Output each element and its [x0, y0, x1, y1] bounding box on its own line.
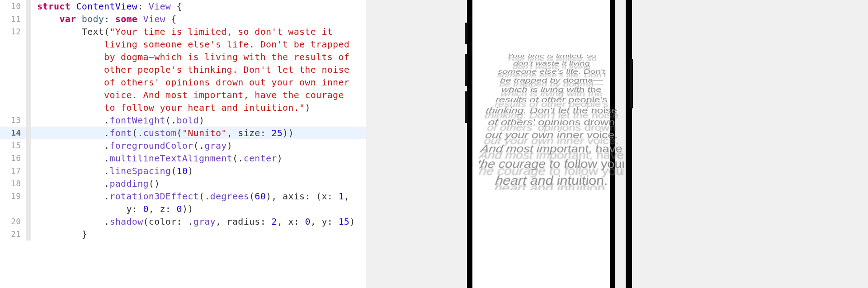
code-line[interactable]: 20 .shadow(color: .gray, radius: 2, x: 0… — [0, 215, 366, 228]
code-content[interactable]: .padding() — [31, 177, 160, 190]
code-content[interactable]: living someone else's life. Don't be tra… — [31, 38, 349, 51]
phone-frame: Your time is limited, so don't waste it … — [466, 0, 632, 288]
code-content[interactable]: to follow your heart and intuition.") — [31, 101, 311, 114]
code-line[interactable]: 12 Text("Your time is limited, so don't … — [0, 25, 366, 38]
line-number: 17 — [0, 165, 26, 177]
line-number — [0, 76, 26, 89]
code-line[interactable]: 10 struct ContentView: View { — [0, 0, 366, 13]
canvas-background — [632, 0, 868, 288]
code-content[interactable]: .font(.custom("Nunito", size: 25)) — [31, 127, 294, 139]
code-line[interactable]: 11 var body: some View { — [0, 13, 366, 25]
code-line[interactable]: 17 .lineSpacing(10) — [0, 165, 366, 177]
line-number — [0, 101, 26, 114]
line-number: 15 — [0, 139, 26, 152]
line-number — [0, 51, 26, 63]
code-content[interactable]: by dogma—which is living with the result… — [31, 51, 349, 63]
code-line[interactable]: other people's thinking. Don't let the n… — [0, 63, 366, 76]
code-content[interactable]: .lineSpacing(10) — [31, 165, 193, 177]
line-number: 21 — [0, 228, 26, 241]
code-line[interactable]: 15 .foregroundColor(.gray) — [0, 139, 366, 152]
line-number: 16 — [0, 152, 26, 165]
preview-content: Your time is limited, so don't waste it … — [479, 0, 624, 190]
code-line[interactable]: 16 .multilineTextAlignment(.center) — [0, 152, 366, 165]
code-content[interactable]: .multilineTextAlignment(.center) — [31, 152, 283, 165]
code-content[interactable]: other people's thinking. Don't let the n… — [31, 63, 349, 76]
code-line[interactable]: living someone else's life. Don't be tra… — [0, 38, 366, 51]
code-content[interactable]: .shadow(color: .gray, radius: 2, x: 0, y… — [31, 215, 355, 228]
code-line[interactable]: 19 .rotation3DEffect(.degrees(60), axis:… — [0, 190, 366, 203]
line-number: 12 — [0, 25, 26, 38]
code-editor-pane[interactable]: 10 struct ContentView: View { 11 var bod… — [0, 0, 366, 288]
line-number: 20 — [0, 215, 26, 228]
line-number — [0, 38, 26, 51]
line-number: 13 — [0, 114, 26, 127]
code-content[interactable]: voice. And most important, have the cour… — [31, 89, 344, 101]
code-content[interactable]: } — [31, 228, 87, 241]
code-content[interactable]: struct ContentView: View { — [31, 0, 182, 13]
code-line-current[interactable]: 14 .font(.custom("Nunito", size: 25)) — [0, 127, 366, 139]
phone-volume-up — [465, 54, 467, 86]
code-content[interactable]: .fontWeight(.bold) — [31, 114, 204, 127]
code-line[interactable]: by dogma—which is living with the result… — [0, 51, 366, 63]
line-number: 14 — [0, 127, 26, 139]
line-number: 11 — [0, 13, 26, 25]
phone-power-button — [630, 59, 633, 109]
line-number — [0, 89, 26, 101]
phone-mute-switch — [465, 23, 467, 44]
code-line[interactable]: voice. And most important, have the cour… — [0, 89, 366, 101]
line-number: 18 — [0, 177, 26, 190]
phone-volume-down — [465, 91, 467, 123]
simulator-preview: Your time is limited, so don't waste it … — [466, 0, 632, 288]
code-content[interactable]: of others' opinions drown out your own i… — [31, 76, 349, 89]
code-content[interactable]: y: 0, z: 0)) — [31, 203, 193, 215]
code-line[interactable]: 18 .padding() — [0, 177, 366, 190]
code-content[interactable]: var body: some View { — [31, 13, 177, 25]
line-number — [0, 203, 26, 215]
preview-text: Your time is limited, so don't waste it … — [479, 50, 624, 190]
canvas-background — [366, 0, 466, 288]
line-number — [0, 63, 26, 76]
line-number: 19 — [0, 190, 26, 203]
code-line[interactable]: to follow your heart and intuition.") — [0, 101, 366, 114]
phone-bezel-right — [626, 0, 632, 288]
code-line[interactable]: y: 0, z: 0)) — [0, 203, 366, 215]
code-line[interactable]: 13 .fontWeight(.bold) — [0, 114, 366, 127]
code-content[interactable]: Text("Your time is limited, so don't was… — [31, 25, 333, 38]
code-line[interactable]: 21 } — [0, 228, 366, 241]
code-content[interactable]: .foregroundColor(.gray) — [31, 139, 232, 152]
line-number: 10 — [0, 0, 26, 13]
phone-screen-left: Your time is limited, so don't waste it … — [467, 0, 615, 288]
code-line[interactable]: of others' opinions drown out your own i… — [0, 76, 366, 89]
code-content[interactable]: .rotation3DEffect(.degrees(60), axis: (x… — [31, 190, 349, 203]
